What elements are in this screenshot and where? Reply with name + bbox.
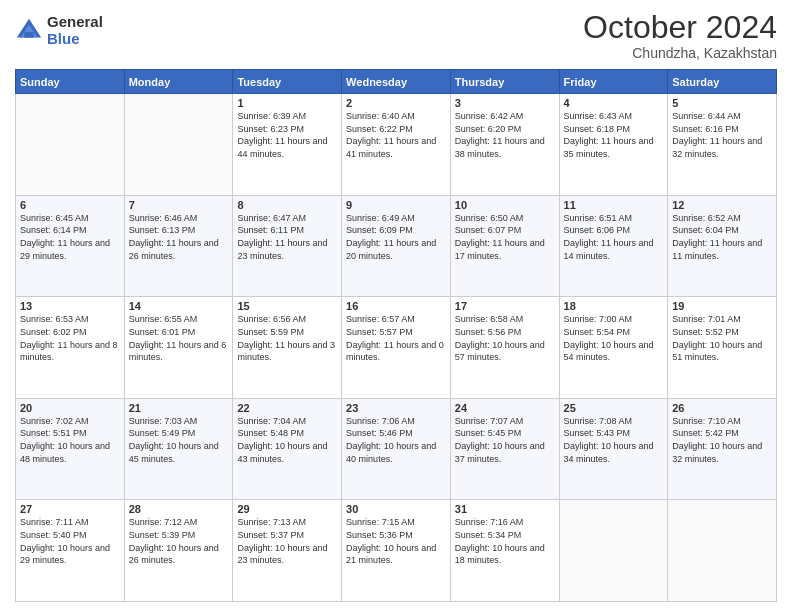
day-info: Sunrise: 6:58 AMSunset: 5:56 PMDaylight:… — [455, 313, 555, 363]
page-header: General Blue October 2024 Chundzha, Kaza… — [15, 10, 777, 61]
calendar-cell: 18Sunrise: 7:00 AMSunset: 5:54 PMDayligh… — [559, 297, 668, 399]
day-info: Sunrise: 7:16 AMSunset: 5:34 PMDaylight:… — [455, 516, 555, 566]
day-number: 6 — [20, 199, 120, 211]
day-header-monday: Monday — [124, 70, 233, 94]
calendar-cell: 11Sunrise: 6:51 AMSunset: 6:06 PMDayligh… — [559, 195, 668, 297]
day-info: Sunrise: 7:08 AMSunset: 5:43 PMDaylight:… — [564, 415, 664, 465]
calendar-cell — [16, 94, 125, 196]
day-number: 5 — [672, 97, 772, 109]
day-number: 29 — [237, 503, 337, 515]
day-number: 24 — [455, 402, 555, 414]
day-number: 13 — [20, 300, 120, 312]
calendar-cell — [668, 500, 777, 602]
day-info: Sunrise: 7:02 AMSunset: 5:51 PMDaylight:… — [20, 415, 120, 465]
calendar-cell: 2Sunrise: 6:40 AMSunset: 6:22 PMDaylight… — [342, 94, 451, 196]
day-header-friday: Friday — [559, 70, 668, 94]
day-info: Sunrise: 6:42 AMSunset: 6:20 PMDaylight:… — [455, 110, 555, 160]
day-info: Sunrise: 6:49 AMSunset: 6:09 PMDaylight:… — [346, 212, 446, 262]
calendar-page: General Blue October 2024 Chundzha, Kaza… — [0, 0, 792, 612]
day-info: Sunrise: 6:46 AMSunset: 6:13 PMDaylight:… — [129, 212, 229, 262]
calendar-week-4: 20Sunrise: 7:02 AMSunset: 5:51 PMDayligh… — [16, 398, 777, 500]
calendar-cell: 17Sunrise: 6:58 AMSunset: 5:56 PMDayligh… — [450, 297, 559, 399]
day-number: 19 — [672, 300, 772, 312]
day-info: Sunrise: 6:56 AMSunset: 5:59 PMDaylight:… — [237, 313, 337, 363]
day-number: 18 — [564, 300, 664, 312]
calendar-week-5: 27Sunrise: 7:11 AMSunset: 5:40 PMDayligh… — [16, 500, 777, 602]
day-info: Sunrise: 7:12 AMSunset: 5:39 PMDaylight:… — [129, 516, 229, 566]
calendar-cell: 14Sunrise: 6:55 AMSunset: 6:01 PMDayligh… — [124, 297, 233, 399]
location: Chundzha, Kazakhstan — [583, 45, 777, 61]
calendar-week-3: 13Sunrise: 6:53 AMSunset: 6:02 PMDayligh… — [16, 297, 777, 399]
calendar-table: SundayMondayTuesdayWednesdayThursdayFrid… — [15, 69, 777, 602]
day-info: Sunrise: 6:55 AMSunset: 6:01 PMDaylight:… — [129, 313, 229, 363]
day-info: Sunrise: 6:45 AMSunset: 6:14 PMDaylight:… — [20, 212, 120, 262]
calendar-cell — [559, 500, 668, 602]
day-number: 23 — [346, 402, 446, 414]
calendar-header-row: SundayMondayTuesdayWednesdayThursdayFrid… — [16, 70, 777, 94]
calendar-cell: 28Sunrise: 7:12 AMSunset: 5:39 PMDayligh… — [124, 500, 233, 602]
day-number: 10 — [455, 199, 555, 211]
logo-text: General Blue — [47, 14, 103, 47]
day-info: Sunrise: 7:10 AMSunset: 5:42 PMDaylight:… — [672, 415, 772, 465]
logo-blue: Blue — [47, 31, 103, 48]
day-header-saturday: Saturday — [668, 70, 777, 94]
calendar-cell: 16Sunrise: 6:57 AMSunset: 5:57 PMDayligh… — [342, 297, 451, 399]
day-info: Sunrise: 6:43 AMSunset: 6:18 PMDaylight:… — [564, 110, 664, 160]
calendar-cell: 20Sunrise: 7:02 AMSunset: 5:51 PMDayligh… — [16, 398, 125, 500]
calendar-cell: 31Sunrise: 7:16 AMSunset: 5:34 PMDayligh… — [450, 500, 559, 602]
month-title: October 2024 — [583, 10, 777, 45]
day-number: 12 — [672, 199, 772, 211]
day-info: Sunrise: 6:50 AMSunset: 6:07 PMDaylight:… — [455, 212, 555, 262]
calendar-cell: 6Sunrise: 6:45 AMSunset: 6:14 PMDaylight… — [16, 195, 125, 297]
calendar-cell: 19Sunrise: 7:01 AMSunset: 5:52 PMDayligh… — [668, 297, 777, 399]
calendar-cell: 1Sunrise: 6:39 AMSunset: 6:23 PMDaylight… — [233, 94, 342, 196]
logo-icon — [15, 17, 43, 45]
logo-general: General — [47, 14, 103, 31]
day-info: Sunrise: 7:00 AMSunset: 5:54 PMDaylight:… — [564, 313, 664, 363]
day-info: Sunrise: 7:03 AMSunset: 5:49 PMDaylight:… — [129, 415, 229, 465]
calendar-cell: 22Sunrise: 7:04 AMSunset: 5:48 PMDayligh… — [233, 398, 342, 500]
day-info: Sunrise: 7:11 AMSunset: 5:40 PMDaylight:… — [20, 516, 120, 566]
logo: General Blue — [15, 14, 103, 47]
day-header-tuesday: Tuesday — [233, 70, 342, 94]
day-number: 8 — [237, 199, 337, 211]
calendar-cell: 30Sunrise: 7:15 AMSunset: 5:36 PMDayligh… — [342, 500, 451, 602]
day-number: 7 — [129, 199, 229, 211]
day-number: 15 — [237, 300, 337, 312]
day-number: 9 — [346, 199, 446, 211]
day-header-thursday: Thursday — [450, 70, 559, 94]
calendar-cell: 9Sunrise: 6:49 AMSunset: 6:09 PMDaylight… — [342, 195, 451, 297]
day-number: 17 — [455, 300, 555, 312]
calendar-cell: 24Sunrise: 7:07 AMSunset: 5:45 PMDayligh… — [450, 398, 559, 500]
calendar-cell: 13Sunrise: 6:53 AMSunset: 6:02 PMDayligh… — [16, 297, 125, 399]
title-area: October 2024 Chundzha, Kazakhstan — [583, 10, 777, 61]
calendar-week-2: 6Sunrise: 6:45 AMSunset: 6:14 PMDaylight… — [16, 195, 777, 297]
calendar-week-1: 1Sunrise: 6:39 AMSunset: 6:23 PMDaylight… — [16, 94, 777, 196]
day-info: Sunrise: 6:39 AMSunset: 6:23 PMDaylight:… — [237, 110, 337, 160]
day-number: 20 — [20, 402, 120, 414]
day-number: 26 — [672, 402, 772, 414]
day-number: 4 — [564, 97, 664, 109]
calendar-cell — [124, 94, 233, 196]
calendar-cell: 8Sunrise: 6:47 AMSunset: 6:11 PMDaylight… — [233, 195, 342, 297]
day-number: 25 — [564, 402, 664, 414]
calendar-cell: 12Sunrise: 6:52 AMSunset: 6:04 PMDayligh… — [668, 195, 777, 297]
day-number: 27 — [20, 503, 120, 515]
day-number: 1 — [237, 97, 337, 109]
day-info: Sunrise: 7:04 AMSunset: 5:48 PMDaylight:… — [237, 415, 337, 465]
day-number: 2 — [346, 97, 446, 109]
day-info: Sunrise: 6:57 AMSunset: 5:57 PMDaylight:… — [346, 313, 446, 363]
day-number: 21 — [129, 402, 229, 414]
calendar-cell: 23Sunrise: 7:06 AMSunset: 5:46 PMDayligh… — [342, 398, 451, 500]
day-info: Sunrise: 7:01 AMSunset: 5:52 PMDaylight:… — [672, 313, 772, 363]
calendar-cell: 27Sunrise: 7:11 AMSunset: 5:40 PMDayligh… — [16, 500, 125, 602]
day-info: Sunrise: 6:40 AMSunset: 6:22 PMDaylight:… — [346, 110, 446, 160]
day-number: 16 — [346, 300, 446, 312]
calendar-cell: 26Sunrise: 7:10 AMSunset: 5:42 PMDayligh… — [668, 398, 777, 500]
day-info: Sunrise: 6:52 AMSunset: 6:04 PMDaylight:… — [672, 212, 772, 262]
day-info: Sunrise: 7:15 AMSunset: 5:36 PMDaylight:… — [346, 516, 446, 566]
calendar-cell: 21Sunrise: 7:03 AMSunset: 5:49 PMDayligh… — [124, 398, 233, 500]
calendar-cell: 25Sunrise: 7:08 AMSunset: 5:43 PMDayligh… — [559, 398, 668, 500]
calendar-cell: 4Sunrise: 6:43 AMSunset: 6:18 PMDaylight… — [559, 94, 668, 196]
day-number: 22 — [237, 402, 337, 414]
